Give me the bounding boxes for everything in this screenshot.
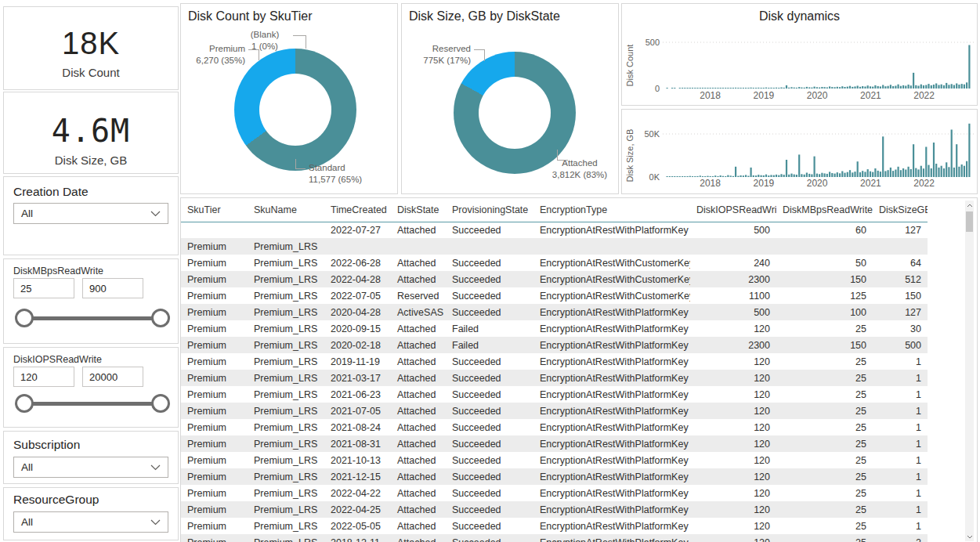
table-cell: Succeeded [446, 403, 533, 419]
min-value-input[interactable] [13, 278, 74, 298]
column-header[interactable]: TimeCreated [324, 198, 391, 222]
table-cell: 50 [776, 255, 873, 271]
column-header[interactable]: DiskMBpsReadWrite [776, 198, 873, 222]
pie-label-reserved: Reserved 775K (17%) [405, 43, 471, 67]
iops-range-slider[interactable] [15, 392, 170, 415]
slider-track[interactable] [23, 316, 162, 320]
table-cell: Premium [181, 255, 248, 271]
disk-count-bar-chart[interactable]: 5000Disk Count20182019202020212022 [622, 4, 977, 105]
table-cell: 120 [690, 370, 776, 386]
column-header[interactable]: EncryptionType [533, 198, 690, 222]
column-header[interactable]: ProvisioningState [446, 198, 533, 222]
table-row[interactable]: PremiumPremium_LRS2021-10-13AttachedSucc… [181, 452, 928, 468]
table-cell: 2019-11-19 [324, 353, 391, 370]
max-value-input[interactable] [82, 367, 143, 387]
table-cell: Premium_LRS [248, 534, 324, 542]
column-header[interactable]: DiskIOPSReadWrite [690, 198, 776, 222]
table-cell: 2021-07-05 [324, 403, 391, 419]
table-cell: EncryptionAtRestWithPlatformKey [533, 518, 690, 534]
slider-handle-min[interactable] [15, 309, 34, 327]
table-cell: Failed [446, 320, 533, 337]
column-header[interactable]: SkuTier [181, 198, 248, 222]
table-cell: Succeeded [446, 485, 533, 501]
table-row[interactable]: PremiumPremium_LRS2021-07-05AttachedSucc… [181, 403, 928, 419]
table-row[interactable]: PremiumPremium_LRS2022-06-28AttachedSucc… [181, 255, 928, 271]
table-cell: Attached [391, 452, 446, 468]
table-row[interactable]: PremiumPremium_LRS2018-12-11AttachedSucc… [181, 534, 928, 542]
scrollbar-down-icon[interactable] [965, 532, 974, 541]
table-cell: Premium_LRS [248, 452, 324, 468]
table-cell: 25 [776, 485, 873, 501]
table-scrollbar[interactable] [965, 201, 974, 541]
disk-count-donut[interactable] [234, 49, 356, 171]
slider-handle-max[interactable] [151, 394, 170, 413]
svg-text:2018: 2018 [700, 90, 721, 101]
table-cell: Premium [181, 485, 248, 501]
table-cell [181, 222, 248, 238]
table-row[interactable]: PremiumPremium_LRS2021-08-31AttachedSucc… [181, 435, 928, 452]
svg-text:2022: 2022 [913, 90, 935, 101]
slider-handle-min[interactable] [15, 394, 34, 413]
slicer-title: DiskIOPSReadWrite [13, 354, 178, 365]
table-row[interactable]: PremiumPremium_LRS2020-04-28ActiveSASSuc… [181, 304, 928, 320]
table-row[interactable]: PremiumPremium_LRS2021-06-23AttachedSucc… [181, 386, 928, 403]
slider-handle-max[interactable] [151, 309, 170, 327]
table-cell: 2020-09-15 [324, 320, 391, 337]
table-cell: 1 [873, 468, 928, 485]
slider-track[interactable] [23, 402, 162, 406]
table-cell [446, 238, 533, 255]
leader-line [557, 150, 568, 161]
leader-line [293, 35, 306, 49]
table-cell: Premium [181, 518, 248, 534]
table-row[interactable]: PremiumPremium_LRS2019-11-19AttachedSucc… [181, 353, 928, 370]
creation-date-slicer-card: Creation Date All [3, 176, 179, 255]
table-cell: Premium [181, 238, 248, 255]
table-cell: 127 [873, 222, 928, 238]
table-row[interactable]: PremiumPremium_LRS2021-03-17AttachedSucc… [181, 370, 928, 386]
mbps-range-slider[interactable] [15, 306, 170, 330]
pie-label-standard: Standard 11,577 (65%) [309, 162, 395, 186]
table-cell: 25 [776, 419, 873, 435]
svg-text:2018: 2018 [700, 178, 721, 189]
table-cell: Succeeded [446, 534, 533, 542]
table-row[interactable]: PremiumPremium_LRS2020-02-18AttachedFail… [181, 337, 928, 353]
table-row[interactable]: PremiumPremium_LRS2021-08-24AttachedSucc… [181, 419, 928, 435]
subscription-dropdown[interactable]: All [13, 457, 168, 478]
table-cell: 120 [690, 435, 776, 452]
max-value-input[interactable] [82, 278, 143, 298]
table-cell: 512 [873, 271, 928, 287]
scrollbar-up-icon[interactable] [965, 201, 974, 210]
leader-line [295, 159, 306, 169]
svg-text:0K: 0K [649, 172, 660, 182]
column-header[interactable]: SkuName [248, 198, 324, 222]
table-row[interactable]: PremiumPremium_LRS2022-07-05ReservedSucc… [181, 287, 928, 304]
creation-date-dropdown[interactable]: All [13, 203, 168, 224]
table-row[interactable]: 2022-07-27AttachedSucceededEncryptionAtR… [181, 222, 928, 238]
table-cell: Attached [391, 386, 446, 403]
table-row[interactable]: PremiumPremium_LRS2021-12-15AttachedSucc… [181, 468, 928, 485]
table-cell: Attached [391, 435, 446, 452]
min-value-input[interactable] [13, 367, 74, 387]
table-row[interactable]: PremiumPremium_LRS2022-04-28AttachedSucc… [181, 271, 928, 287]
table-row[interactable]: PremiumPremium_LRS2022-04-22AttachedSucc… [181, 485, 928, 501]
column-header[interactable]: DiskSizeGB [873, 198, 928, 222]
table-cell: EncryptionAtRestWithPlatformKey [533, 337, 690, 353]
table-cell: Premium_LRS [248, 386, 324, 403]
resource-group-dropdown[interactable]: All [13, 511, 168, 533]
scrollbar-thumb[interactable] [966, 211, 973, 232]
table-cell: Premium_LRS [248, 435, 324, 452]
table-row[interactable]: PremiumPremium_LRS [181, 238, 928, 255]
pie-label-blank: (Blank) 1 (0%) [237, 29, 292, 52]
table-cell: EncryptionAtRestWithPlatformKey [533, 452, 690, 468]
table-row[interactable]: PremiumPremium_LRS2020-09-15AttachedFail… [181, 320, 928, 337]
kpi-value: 4.6M [4, 113, 178, 149]
svg-text:2021: 2021 [860, 90, 881, 101]
column-header[interactable]: DiskState [391, 198, 446, 222]
table-cell [391, 238, 446, 255]
disk-size-bar-chart[interactable]: 50K0KDisk Size, GB20182019202020212022 [622, 110, 977, 193]
table-row[interactable]: PremiumPremium_LRS2022-04-25AttachedSucc… [181, 501, 928, 518]
table-cell: 150 [873, 287, 928, 304]
chart-title: Disk Count by SkuTier [181, 4, 397, 23]
dropdown-value: All [21, 516, 33, 528]
table-row[interactable]: PremiumPremium_LRS2022-05-05AttachedSucc… [181, 518, 928, 534]
